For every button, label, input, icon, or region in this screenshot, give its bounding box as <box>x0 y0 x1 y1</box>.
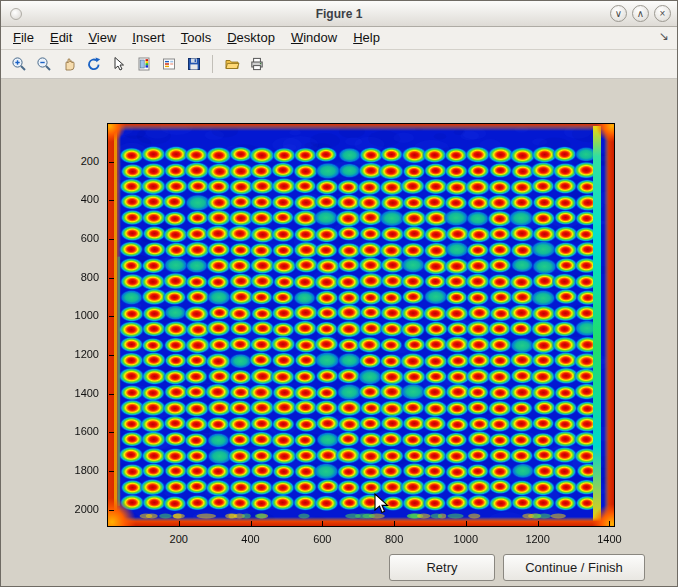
pan-hand-icon <box>61 56 77 72</box>
y-tick-mark <box>109 316 114 317</box>
y-tick-mark <box>109 510 114 511</box>
menu-item-edit[interactable]: Edit <box>42 27 80 49</box>
menubar: FileEditViewInsertToolsDesktopWindowHelp… <box>1 27 677 50</box>
toolbar-separator <box>212 55 213 73</box>
menu-item-window[interactable]: Window <box>283 27 345 49</box>
rotate-3d-icon <box>86 56 102 72</box>
x-tick-mark <box>538 521 539 526</box>
menu-items: FileEditViewInsertToolsDesktopWindowHelp <box>5 27 388 49</box>
y-tick-label: 1600 <box>59 425 99 437</box>
y-tick-label: 1800 <box>59 464 99 476</box>
open-button[interactable] <box>220 53 243 76</box>
y-tick-label: 200 <box>59 155 99 167</box>
insert-legend-icon <box>161 56 177 72</box>
continue-finish-button[interactable]: Continue / Finish <box>503 554 645 581</box>
menu-item-file[interactable]: File <box>5 27 42 49</box>
save-button[interactable] <box>182 53 205 76</box>
data-cursor-icon <box>111 56 127 72</box>
menu-item-desktop[interactable]: Desktop <box>219 27 283 49</box>
menu-item-help[interactable]: Help <box>345 27 388 49</box>
x-tick-label: 400 <box>231 533 271 545</box>
y-tick-label: 1200 <box>59 348 99 360</box>
colorbar-button[interactable] <box>132 53 155 76</box>
colorbar-icon <box>136 56 152 72</box>
maximize-button[interactable]: ∧ <box>632 5 649 22</box>
menu-item-view[interactable]: View <box>80 27 124 49</box>
x-tick-label: 1000 <box>446 533 486 545</box>
x-tick-label: 600 <box>302 533 342 545</box>
y-tick-mark <box>109 162 114 163</box>
print-button[interactable] <box>245 53 268 76</box>
y-tick-mark <box>109 355 114 356</box>
pan-button[interactable] <box>57 53 80 76</box>
x-tick-mark <box>251 521 252 526</box>
window-title: Figure 1 <box>1 1 677 27</box>
mouse-cursor-icon <box>374 493 390 515</box>
y-tick-label: 800 <box>59 271 99 283</box>
rotate-3d-button[interactable] <box>82 53 105 76</box>
menu-item-tools[interactable]: Tools <box>173 27 219 49</box>
data-cursor-button[interactable] <box>107 53 130 76</box>
y-tick-mark <box>109 278 114 279</box>
plot-axes[interactable] <box>107 123 615 527</box>
x-tick-label: 1400 <box>589 533 629 545</box>
x-tick-mark <box>466 521 467 526</box>
y-tick-label: 1000 <box>59 309 99 321</box>
x-tick-mark <box>609 521 610 526</box>
zoom-in-icon <box>11 56 27 72</box>
x-tick-label: 1200 <box>518 533 558 545</box>
zoom-out-button[interactable] <box>32 53 55 76</box>
print-icon <box>249 56 265 72</box>
y-tick-mark <box>109 239 114 240</box>
x-tick-mark <box>394 521 395 526</box>
shade-button[interactable]: ∨ <box>610 5 627 22</box>
y-tick-mark <box>109 432 114 433</box>
window-controls: ∨ ∧ × <box>610 5 671 22</box>
insert-legend-button[interactable] <box>157 53 180 76</box>
x-tick-mark <box>179 521 180 526</box>
open-folder-icon <box>224 56 240 72</box>
save-icon <box>186 56 202 72</box>
y-tick-label: 600 <box>59 232 99 244</box>
y-tick-label: 1400 <box>59 387 99 399</box>
figure-window: Figure 1 ∨ ∧ × FileEditViewInsertToolsDe… <box>0 0 678 587</box>
x-tick-label: 200 <box>159 533 199 545</box>
x-tick-label: 800 <box>374 533 414 545</box>
y-tick-mark <box>109 471 114 472</box>
zoom-out-icon <box>36 56 52 72</box>
y-tick-label: 2000 <box>59 503 99 515</box>
close-button[interactable]: × <box>654 5 671 22</box>
y-tick-label: 400 <box>59 193 99 205</box>
figure-canvas-area: 2004006008001000120014001600180020002004… <box>1 79 678 587</box>
menubar-overflow-icon[interactable]: ↘ <box>659 29 669 43</box>
titlebar[interactable]: Figure 1 ∨ ∧ × <box>1 1 677 27</box>
heatmap-image[interactable] <box>108 124 614 526</box>
y-tick-mark <box>109 200 114 201</box>
zoom-in-button[interactable] <box>7 53 30 76</box>
y-tick-mark <box>109 394 114 395</box>
x-tick-mark <box>322 521 323 526</box>
figure-toolbar <box>1 50 677 79</box>
retry-button[interactable]: Retry <box>389 554 495 581</box>
menu-item-insert[interactable]: Insert <box>124 27 173 49</box>
